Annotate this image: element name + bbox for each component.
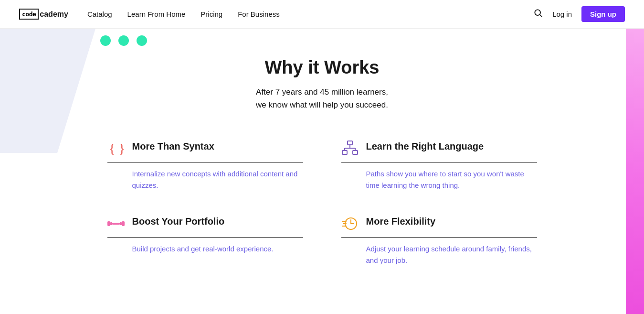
navbar: codecademy Catalog Learn From Home Prici…: [0, 0, 644, 29]
svg-text:{ }: { }: [109, 141, 124, 156]
feature-flexibility-title: More Flexibility: [366, 215, 436, 227]
nav-learn-from-home[interactable]: Learn From Home: [127, 10, 186, 18]
svg-rect-11: [110, 222, 112, 225]
search-button[interactable]: [533, 8, 543, 20]
svg-rect-14: [122, 221, 125, 226]
page-body: Why it Works After 7 years and 45 millio…: [0, 29, 644, 314]
nav-links: Catalog Learn From Home Pricing For Busi…: [87, 10, 533, 19]
dumbbell-icon: [107, 215, 125, 232]
svg-rect-12: [112, 223, 120, 225]
svg-line-1: [540, 15, 542, 17]
hero-subtitle-line2: we know what will help you succeed.: [256, 100, 388, 109]
nav-right: Log in Sign up: [533, 6, 625, 22]
svg-point-0: [535, 10, 540, 15]
curly-braces-icon: { }: [107, 140, 125, 157]
feature-flexibility-desc: Adjust your learning schedule around fam…: [341, 243, 537, 266]
signup-button[interactable]: Sign up: [581, 6, 625, 22]
feature-language-desc: Paths show you where to start so you won…: [341, 168, 537, 191]
svg-rect-13: [120, 222, 122, 225]
feature-syntax-desc: Internalize new concepts with additional…: [107, 168, 303, 191]
right-pink-bar: [626, 29, 644, 314]
nav-pricing[interactable]: Pricing: [201, 10, 222, 18]
main-content: Why it Works After 7 years and 45 millio…: [60, 29, 585, 285]
feature-syntax-title: More Than Syntax: [132, 140, 214, 152]
svg-rect-4: [342, 151, 347, 154]
feature-portfolio-header: Boost Your Portfolio: [107, 215, 303, 238]
feature-portfolio-title: Boost Your Portfolio: [132, 215, 225, 227]
svg-rect-3: [348, 141, 352, 145]
svg-rect-5: [353, 151, 358, 154]
logo[interactable]: codecademy: [19, 9, 68, 20]
svg-rect-10: [107, 221, 110, 226]
logo-cademy: cademy: [40, 10, 68, 19]
feature-syntax: { } More Than Syntax Internalize new con…: [107, 140, 303, 191]
feature-language-title: Learn the Right Language: [366, 140, 484, 152]
nav-for-business[interactable]: For Business: [238, 10, 280, 18]
feature-syntax-header: { } More Than Syntax: [107, 140, 303, 162]
feature-flexibility-header: More Flexibility: [341, 215, 537, 238]
features-grid: { } More Than Syntax Internalize new con…: [107, 140, 537, 266]
feature-portfolio-desc: Build projects and get real-world experi…: [107, 243, 303, 255]
hero-subtitle-line1: After 7 years and 45 million learners,: [256, 87, 388, 97]
feature-language: Learn the Right Language Paths show you …: [341, 140, 537, 191]
hero-title: Why it Works: [79, 57, 566, 78]
hero-subtitle: After 7 years and 45 million learners, w…: [79, 86, 566, 111]
login-button[interactable]: Log in: [552, 10, 572, 18]
feature-flexibility: More Flexibility Adjust your learning sc…: [341, 215, 537, 266]
feature-portfolio: Boost Your Portfolio Build projects and …: [107, 215, 303, 266]
diagram-icon: [341, 140, 359, 157]
feature-language-header: Learn the Right Language: [341, 140, 537, 162]
hero-section: Why it Works After 7 years and 45 millio…: [79, 57, 566, 111]
clock-fast-icon: [341, 215, 359, 232]
nav-catalog[interactable]: Catalog: [87, 10, 112, 18]
logo-code: code: [19, 9, 39, 20]
